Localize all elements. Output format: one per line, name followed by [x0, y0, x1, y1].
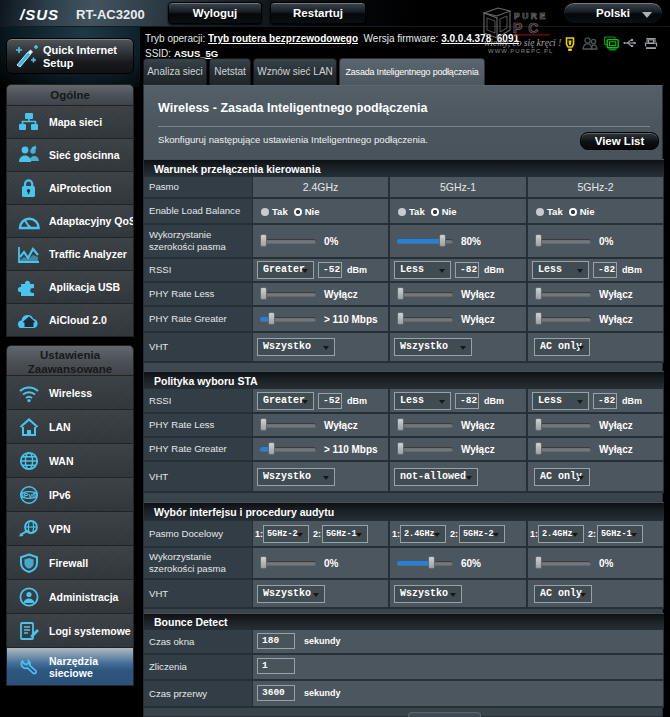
- svg-text:IPv6: IPv6: [22, 492, 37, 499]
